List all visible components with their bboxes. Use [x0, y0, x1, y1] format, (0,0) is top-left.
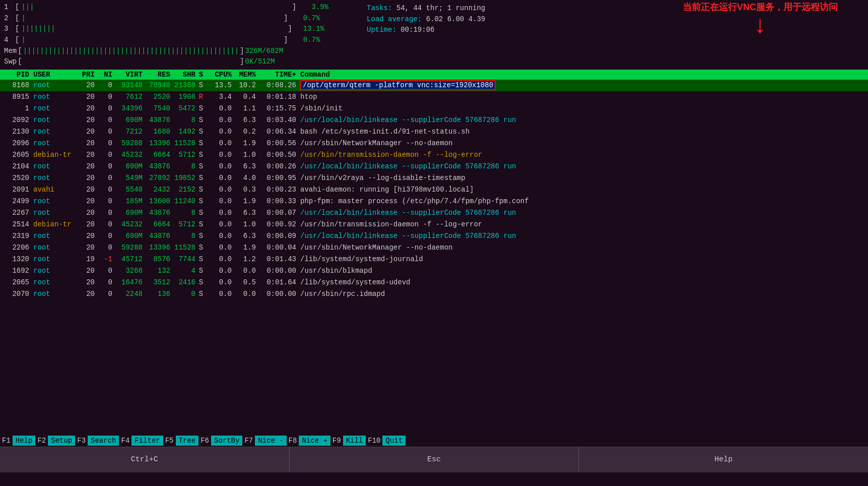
process-header: PID USER PRI NI VIRT RES SHR S CPU% MEM%…	[0, 70, 868, 80]
process-row-1[interactable]: 1 root 20 0 34396 7540 5472 S 0.0 1.1 0:…	[0, 103, 868, 114]
process-row-2130[interactable]: 2130 root 20 0 7212 1680 1492 S 0.0 0.2 …	[0, 126, 868, 138]
mem-bar: Mem [ ||||||||||||||||||||||||||||||||||…	[4, 46, 357, 57]
cpu-pct-4: 0.7%	[290, 35, 320, 46]
time-8168: 0:08.26	[256, 80, 296, 91]
header-ni: NI	[95, 71, 112, 79]
fn-niceup-label: Nice +	[299, 436, 330, 446]
header-virt: VIRT	[112, 71, 143, 79]
cpu-fill-3: ||||||||	[21, 24, 55, 35]
cpu-bars: 1 [ ||| ] 3.9% 2 [ |	[4, 2, 357, 68]
annotation-text: 当前正在运行VNC服务，用于远程访问	[683, 1, 838, 13]
fn-filter-label: Filter	[131, 436, 163, 446]
fn-setup-label: Setup	[48, 436, 75, 446]
process-row-2065[interactable]: 2065 root 20 0 16476 3512 2416 S 0.0 0.5…	[0, 277, 868, 288]
cpu-fill-4: |	[21, 35, 25, 46]
tasks-label: Tasks:	[367, 4, 396, 12]
fn-kill-label: Kill	[343, 436, 366, 446]
fn-search-label: Search	[88, 436, 119, 446]
annotation-box: 当前正在运行VNC服务，用于远程访问 ↓	[683, 1, 838, 38]
shr-8168: 21368	[170, 80, 195, 91]
process-row-2605[interactable]: 2605 debian-tr 20 0 45232 6664 5712 S 0.…	[0, 149, 868, 161]
load-value: 6.02 6.00 4.39	[426, 15, 486, 23]
fn-nicedown-label: Nice -	[255, 436, 286, 446]
cpu-bar-3: 3 [ |||||||| ] 13.1%	[4, 24, 357, 35]
process-row-2096[interactable]: 2096 root 20 0 59288 13396 11528 S 0.0 1…	[0, 138, 868, 149]
header-res: RES	[143, 71, 170, 79]
tasks-value: 54, 44 thr; 1 running	[396, 4, 485, 12]
process-row-2267[interactable]: 2267 root 20 0 690M 43876 8 S 0.0 6.3 0:…	[0, 207, 868, 219]
fn-f10[interactable]: F10 Quit	[366, 436, 406, 446]
user-8168: root	[29, 80, 75, 91]
ni-8168: 0	[95, 80, 112, 91]
fn-f4[interactable]: F4 Filter	[119, 436, 163, 446]
cpu-bar-4: 4 [ | ] 0.7%	[4, 35, 357, 46]
header-time: TIME+	[256, 71, 296, 79]
uptime-value: 00:19:06	[400, 26, 434, 34]
pid-8168: 8168	[4, 80, 29, 91]
cpu-bar-2: 2 [ | ] 0.7%	[4, 13, 357, 24]
process-row-2206[interactable]: 2206 root 20 0 59288 13396 11528 S 0.0 1…	[0, 242, 868, 254]
header-cmd: Command	[296, 71, 864, 79]
bottom-buttons: Ctrl+C Esc Help	[0, 447, 868, 472]
process-row-2499[interactable]: 2499 root 20 0 185M 13600 11240 S 0.0 1.…	[0, 196, 868, 207]
fn-f9[interactable]: F9 Kill	[330, 436, 366, 446]
process-row-1320[interactable]: 1320 root 19 -1 45712 8576 7744 S 0.0 1.…	[0, 254, 868, 265]
process-row-1692[interactable]: 1692 root 20 0 3268 132 4 S 0.0 0.0 0:00…	[0, 265, 868, 277]
fn-sortby-label: SortBy	[211, 436, 242, 446]
esc-button[interactable]: Esc	[290, 447, 579, 472]
ctrl-c-button[interactable]: Ctrl+C	[0, 447, 290, 472]
cpu-pct-2: 0.7%	[290, 13, 320, 24]
process-row-2514[interactable]: 2514 debian-tr 20 0 45232 6664 5712 S 0.…	[0, 219, 868, 230]
cmd-highlight-8168: /opt/qterm/qterm -platform vnc:size=1920…	[300, 80, 496, 90]
fn-f7[interactable]: F7 Nice -	[242, 436, 286, 446]
fn-f2[interactable]: F2 Setup	[35, 436, 75, 446]
uptime-label: Uptime:	[367, 26, 400, 34]
terminal: 1 [ ||| ] 3.9% 2 [ |	[0, 0, 868, 486]
bottom-input-bar	[0, 472, 868, 486]
cpu-num-4: 4	[4, 35, 13, 46]
fn-f5[interactable]: F5 Tree	[163, 436, 198, 446]
process-row-2091[interactable]: 2091 avahi 20 0 5540 2432 2152 S 0.0 0.3…	[0, 184, 868, 196]
cpu-8168: 13.5	[207, 80, 232, 91]
cpu-bar-1: 1 [ ||| ] 3.9%	[4, 2, 357, 13]
mem-fill: ||||||||||||||||||||||||||||||||||||||||…	[23, 46, 239, 57]
virt-8168: 93148	[112, 80, 143, 91]
process-row-2520[interactable]: 2520 root 20 0 549M 27892 19852 S 0.0 4.…	[0, 172, 868, 184]
fn-f8[interactable]: F8 Nice +	[287, 436, 330, 446]
help-label: Help	[714, 455, 732, 464]
fn-bar: F1 Help F2 Setup F3 Search F4 Filter F5 …	[0, 435, 868, 447]
process-row-8915[interactable]: 8915 root 20 0 7612 2520 1908 R 3.4 0.4 …	[0, 91, 868, 103]
header-shr: SHR	[170, 71, 195, 79]
cpu-num-1: 1	[4, 2, 13, 13]
process-row-2092[interactable]: 2092 root 20 0 690M 43876 8 S 0.0 6.3 0:…	[0, 114, 868, 126]
cpu-pct-1: 3.9%	[298, 2, 328, 13]
help-button[interactable]: Help	[579, 447, 868, 472]
s-8168: S	[195, 80, 207, 91]
pri-8168: 20	[75, 80, 95, 91]
fn-help-label: Help	[13, 436, 36, 446]
process-row-2070[interactable]: 2070 root 20 0 2248 136 0 S 0.0 0.0 0:00…	[0, 288, 868, 300]
process-row-8168[interactable]: 8168 root 20 0 93148 70948 21368 S 13.5 …	[0, 80, 868, 91]
annotation-arrow: ↓	[683, 14, 838, 38]
fn-f3[interactable]: F3 Search	[75, 436, 119, 446]
esc-label: Esc	[427, 455, 441, 464]
mem-8168: 10.2	[232, 80, 256, 91]
fn-f6[interactable]: F6 SortBy	[198, 436, 242, 446]
cpu-num-2: 2	[4, 13, 13, 24]
cpu-fill-2: |	[21, 13, 25, 24]
header-pri: PRI	[75, 71, 95, 79]
fn-f1[interactable]: F1 Help	[0, 436, 35, 446]
process-row-2104[interactable]: 2104 root 20 0 690M 43876 8 S 0.0 6.3 0:…	[0, 161, 868, 172]
ctrl-c-label: Ctrl+C	[131, 455, 158, 464]
header-cpu: CPU%	[207, 71, 232, 79]
process-row-2319[interactable]: 2319 root 20 0 690M 43876 8 S 0.0 6.3 0:…	[0, 230, 868, 242]
cpu-fill-1: |||	[21, 2, 34, 13]
header-pid: PID	[4, 71, 29, 79]
swp-value: 0K/512M	[245, 56, 275, 68]
res-8168: 70948	[143, 80, 170, 91]
header-mem: MEM%	[232, 71, 256, 79]
header-user: USER	[29, 71, 75, 79]
swp-bar: Swp [ ] 0K/512M	[4, 56, 357, 68]
header-s: S	[195, 71, 207, 79]
cpu-num-3: 3	[4, 24, 13, 35]
